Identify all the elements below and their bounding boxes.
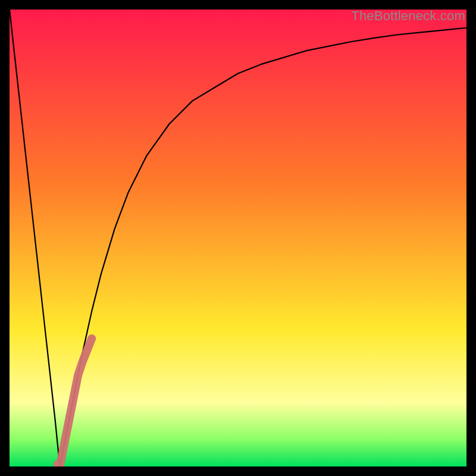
- watermark-text: TheBottleneck.com: [351, 8, 465, 24]
- chart-frame: TheBottleneck.com: [10, 10, 466, 466]
- bottleneck-chart-svg: [10, 10, 466, 466]
- gradient-background: [10, 10, 466, 466]
